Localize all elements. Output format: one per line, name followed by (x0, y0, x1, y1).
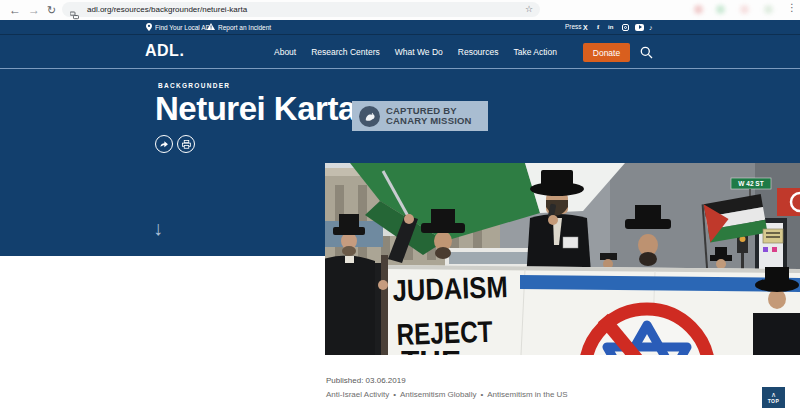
article-type-eyebrow: BACKGROUNDER (158, 82, 230, 89)
linkedin-icon[interactable]: in (608, 23, 613, 32)
browser-window: ← → ↻ adl.org/resources/backgrounder/net… (0, 0, 800, 408)
youtube-icon[interactable] (635, 24, 644, 31)
url-text[interactable]: adl.org/resources/backgrounder/neturei-k… (87, 5, 247, 14)
tag-anti-israel-activity[interactable]: Anti-Israel Activity (326, 390, 389, 399)
tiktok-icon[interactable]: ♪ (649, 23, 653, 32)
find-local-adl-link[interactable]: Find Your Local ADL (146, 23, 214, 32)
nav-item-research-centers[interactable]: Research Centers (311, 47, 380, 57)
canary-mission-badge[interactable]: CAPTURED BY CANARY MISSION (352, 101, 488, 131)
extension-icon[interactable] (694, 5, 703, 14)
donate-button[interactable]: Donate (583, 43, 630, 62)
protest-photo: W 42 ST (325, 163, 800, 355)
main-nav: ADL. About Research Centers What We Do R… (0, 34, 800, 68)
browser-toolbar: ← → ↻ adl.org/resources/backgrounder/net… (0, 0, 800, 20)
published-date: Published: 03.06.2019 (326, 376, 406, 385)
adl-logo[interactable]: ADL. (145, 42, 184, 60)
nav-links: About Research Centers What We Do Resour… (274, 35, 557, 69)
browser-back-icon[interactable]: ← (9, 1, 21, 19)
canary-bird-icon (359, 106, 380, 127)
banner-pole (381, 255, 388, 355)
scroll-down-arrow[interactable]: ↓ (153, 217, 163, 240)
instagram-icon[interactable] (622, 24, 629, 31)
press-text: Press (565, 23, 582, 30)
press-label: Press (565, 23, 582, 30)
street-sign-text: W 42 ST (738, 180, 763, 187)
article-hero-image: W 42 ST (325, 163, 800, 355)
warning-triangle-icon (207, 23, 215, 31)
tag-antisemitism-globally[interactable]: Antisemitism Globally (400, 390, 476, 399)
share-button[interactable] (155, 135, 173, 153)
badge-line2: CANARY MISSION (386, 116, 472, 126)
location-pin-icon (146, 23, 152, 32)
extension-icon[interactable] (716, 5, 725, 14)
print-button[interactable] (177, 135, 195, 153)
browser-forward-icon[interactable]: → (28, 1, 40, 19)
find-local-adl-label: Find Your Local ADL (155, 24, 214, 31)
back-to-top-button[interactable]: ∧ TOP (762, 387, 785, 408)
nav-item-take-action[interactable]: Take Action (513, 47, 556, 57)
report-incident-label: Report an Incident (218, 24, 271, 31)
share-actions (155, 135, 195, 153)
tag-antisemitism-in-us[interactable]: Antisemitism in the US (487, 390, 567, 399)
canary-badge-text: CAPTURED BY CANARY MISSION (386, 106, 472, 127)
bookmark-icon[interactable]: ☆ (525, 4, 533, 14)
address-bar[interactable]: adl.org/resources/backgrounder/neturei-k… (62, 2, 540, 17)
extension-icon[interactable] (740, 5, 749, 14)
search-icon[interactable] (640, 45, 653, 63)
banner-text-line1: JUDAISM (392, 270, 508, 307)
nav-item-resources[interactable]: Resources (458, 47, 499, 57)
browser-reload-icon[interactable]: ↻ (47, 1, 56, 19)
page-title: Neturei Karta (155, 90, 356, 128)
x-twitter-icon[interactable]: X (583, 23, 588, 32)
tag-separator: • (393, 390, 396, 399)
back-to-top-label: TOP (768, 398, 780, 404)
protest-banner: JUDAISM REJECT THE (385, 265, 800, 355)
banner-text-line3: THE (401, 344, 461, 355)
utility-bar: Find Your Local ADL Report an Incident P… (0, 20, 800, 34)
nav-item-about[interactable]: About (274, 47, 296, 57)
extension-icon[interactable] (764, 5, 773, 14)
facebook-icon[interactable]: f (597, 23, 599, 32)
tag-separator: • (480, 390, 483, 399)
browser-menu-icon[interactable]: ⋮ (787, 2, 797, 13)
topic-tags: Anti-Israel Activity • Antisemitism Glob… (326, 390, 568, 399)
nav-item-what-we-do[interactable]: What We Do (395, 47, 443, 57)
report-incident-link[interactable]: Report an Incident (207, 23, 271, 31)
